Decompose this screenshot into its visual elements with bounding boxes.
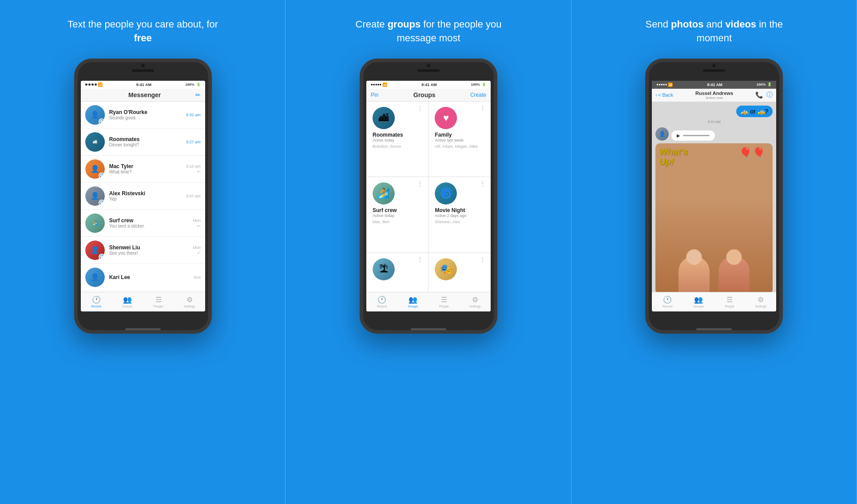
list-item[interactable]: 👤 💬 Alex Ristevski Yep 8:07 am [81, 183, 205, 210]
tab-groups-label: Groups [122, 305, 132, 308]
compose-icon[interactable]: ✏ [195, 91, 201, 98]
iphone-3: ●●●●● 📶 9:41 AM 100% 🔋 ‹ < Back Russel A… [645, 59, 783, 334]
groups-icon: 👥 [123, 295, 132, 304]
tab-settings-3[interactable]: ⚙ Settings [745, 292, 776, 311]
group-status: Active 2 days ago [435, 213, 484, 218]
tab-people-2[interactable]: ☰ People [428, 292, 460, 311]
settings-icon: ⚙ [186, 295, 193, 304]
list-item[interactable]: 🏄 Surf crew You sent a sticker. Mon ↩ [81, 210, 205, 237]
sticker-whatsup: What'sUp! [659, 147, 688, 166]
messenger-title: Messenger [94, 91, 195, 98]
groups-header: Pin Groups Create [366, 89, 491, 102]
chat-action-icons: 📞 ⓘ [755, 91, 773, 99]
group-cell-surf[interactable]: ⋮ 🏄 Surf crew Active today Mac, Ben [366, 177, 428, 252]
msg-time: Sun [194, 275, 201, 280]
people-icon: ☰ [155, 295, 162, 304]
msg-preview: Dinner tonight? [109, 142, 182, 147]
screen-2: ●●●●● 📶 9:41 AM 100% 🔋 Pin Groups Create [366, 81, 491, 311]
group-menu-icon[interactable]: ⋮ [417, 181, 424, 187]
create-button[interactable]: Create [470, 92, 486, 98]
avatar: 🏄 [85, 213, 105, 233]
tab-recent-2[interactable]: 🕐 Recent [366, 292, 397, 311]
msg-preview: Yep [109, 197, 182, 201]
avatar: 👤 💬 [85, 186, 105, 206]
tab-people-label: People [154, 305, 163, 308]
people-icon-2: ☰ [441, 295, 447, 304]
recent-icon-3: 🕐 [663, 295, 672, 304]
list-item[interactable]: 👤 Kari Lee Sun [81, 264, 205, 291]
group-members: Alli, Adam, Megan, Mike [435, 144, 484, 149]
chat-header: ‹ < Back Russel Andrews Active now 📞 ⓘ [652, 89, 776, 102]
msg-time: 9:32 am [186, 113, 201, 117]
chat-contact-name: Russel Andrews [695, 91, 733, 96]
tab-groups[interactable]: 👥 Groups [112, 292, 143, 311]
speaker-3 [703, 69, 725, 72]
avatar: 👤 💬 [85, 240, 105, 260]
status-time-2: 9:41 AM [421, 83, 436, 87]
message-list: 👤 💬 Ryan O'Rourke Sounds good. 9:32 am 🏙 [81, 102, 205, 311]
group-cell-family[interactable]: ⋮ ♥ Family Active last week Alli, Adam, … [428, 102, 491, 177]
settings-icon-2: ⚙ [472, 295, 478, 304]
tab-groups-2[interactable]: 👥 Groups [397, 292, 428, 311]
iphone-2-home-bar [411, 328, 446, 330]
msg-content: Surf crew You sent a sticker. [109, 217, 188, 228]
tab-people[interactable]: ☰ People [143, 292, 174, 311]
msg-preview: See you there! [109, 251, 188, 256]
group-menu-icon[interactable]: ⋮ [480, 181, 486, 187]
msg-meta: 9:32 am [186, 113, 201, 117]
group-name: Family [435, 132, 484, 138]
tab-settings-label: Settings [184, 305, 195, 308]
avatar: 👤 💬 [85, 159, 105, 179]
group-avatar-roommates: 🏙 [373, 107, 395, 129]
msg-meta: 9:27 am [186, 140, 201, 144]
battery-1: 100% 🔋 [185, 83, 200, 87]
list-item[interactable]: 👤 💬 Shenwei Liu See you there! Mon ✓ [81, 237, 205, 264]
speaker-2 [417, 69, 440, 72]
info-icon[interactable]: ⓘ [766, 91, 773, 99]
tab-settings-2[interactable]: ⚙ Settings [460, 292, 491, 311]
recent-icon-2: 🕐 [377, 295, 386, 304]
iphone-2: ●●●●● 📶 9:41 AM 100% 🔋 Pin Groups Create [360, 59, 497, 334]
dot2 [88, 83, 91, 86]
battery-2: 100% 🔋 [471, 83, 486, 87]
msg-preview: Sounds good. [109, 115, 182, 120]
group-status: Active today [373, 213, 422, 218]
status-bar-3: ●●●●● 📶 9:41 AM 100% 🔋 [652, 81, 776, 89]
msg-meta: Mon ↩ [193, 218, 201, 228]
group-cell-movie[interactable]: ⋮ 🌀 Movie Night Active 2 days ago Shenwe… [428, 177, 491, 252]
status-bar-1: 📶 9:41 AM 100% 🔋 [81, 81, 205, 89]
tab-people-3[interactable]: ☰ People [714, 292, 745, 311]
tab-settings[interactable]: ⚙ Settings [174, 292, 205, 311]
settings-icon-3: ⚙ [758, 295, 764, 304]
group-name: Roommates [373, 132, 422, 138]
list-item[interactable]: 👤 💬 Mac Tyler What time? 9:10 am ↩ [81, 156, 205, 183]
iphone-1-home-bar [125, 328, 161, 330]
tab-recent-label-2: Recent [377, 305, 387, 308]
pin-button[interactable]: Pin [371, 92, 378, 98]
group-menu-icon[interactable]: ⋮ [480, 256, 486, 263]
group-status: Active last week [435, 138, 484, 142]
group-menu-icon[interactable]: ⋮ [417, 256, 424, 263]
tab-recent[interactable]: 🕐 Recent [81, 292, 112, 311]
group-menu-icon[interactable]: ⋮ [480, 105, 486, 111]
tab-bar-2: 🕐 Recent 👥 Groups ☰ People ⚙ Settings [366, 292, 491, 311]
tab-groups-3[interactable]: 👥 Groups [683, 292, 714, 311]
msg-name: Mac Tyler [109, 163, 182, 169]
messenger-badge: 💬 [99, 254, 105, 260]
people-icon-3: ☰ [726, 295, 733, 304]
group-cell-roommates[interactable]: ⋮ 🏙 Roommates Active today Brandon, Simo… [366, 102, 428, 177]
panel-1: Text the people you care about, for free… [0, 0, 286, 504]
iphone-1: 📶 9:41 AM 100% 🔋 Messenger ✏ 👤 [74, 59, 212, 334]
back-button[interactable]: ‹ < Back [655, 92, 673, 98]
group-menu-icon[interactable]: ⋮ [417, 105, 424, 111]
msg-check: ↩ [197, 169, 201, 174]
tab-recent-3[interactable]: 🕐 Recent [652, 292, 683, 311]
list-item[interactable]: 🏙 Roommates Dinner tonight? 9:27 am [81, 129, 205, 156]
list-item[interactable]: 👤 💬 Ryan O'Rourke Sounds good. 9:32 am [81, 102, 205, 129]
tab-people-label-2: People [439, 305, 449, 308]
call-icon[interactable]: 📞 [755, 91, 763, 98]
panel-3-title: Send photos and videos in the moment [630, 18, 798, 45]
msg-content: Ryan O'Rourke Sounds good. [109, 109, 182, 120]
msg-meta: 9:10 am ↩ [186, 164, 201, 174]
chat-timestamp: 8:32 AM [652, 117, 776, 126]
